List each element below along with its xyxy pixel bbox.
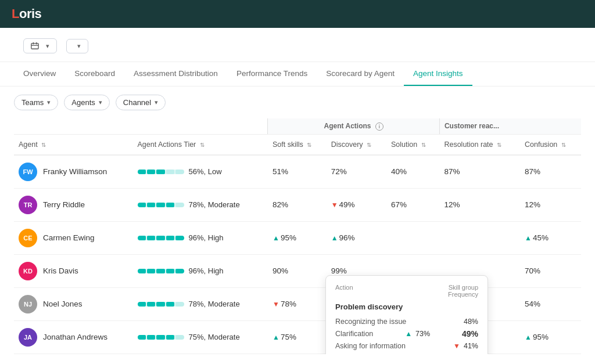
confusion-cell: 87% xyxy=(520,155,581,189)
agent-cell: NJ Noel Jones xyxy=(14,287,133,320)
resolution-rate-cell: 12% xyxy=(439,188,520,221)
group-header-row: Agent Actions i Customer reac... xyxy=(14,118,581,134)
trend-up-icon: ▲ xyxy=(453,354,460,354)
agents-filter[interactable]: Agents ▾ xyxy=(64,95,109,110)
info-icon: i xyxy=(375,122,383,131)
progress-segment xyxy=(147,170,155,174)
top-header: Loris xyxy=(0,0,595,28)
progress-segment xyxy=(138,269,146,273)
soft-skills-value: 51% xyxy=(273,167,288,176)
table-body: FW Franky Williamson 56%, Low 51%72%40%8… xyxy=(14,155,581,354)
soft-skills-value: 75% xyxy=(281,333,296,341)
discovery-cell: 72% xyxy=(327,155,386,189)
trend-down-icon: ▼ xyxy=(453,342,460,350)
col-resolution-rate[interactable]: Resolution rate ⇅ xyxy=(439,134,520,155)
tab-agent-insights[interactable]: Agent Insights xyxy=(404,62,472,86)
column-header-row: Agent ⇅ Agent Actions Tier ⇅ Soft skills… xyxy=(14,134,581,155)
table-row: TR Terry Riddle 78%, Moderate 82%▼49%67%… xyxy=(14,188,581,221)
col-agent[interactable]: Agent ⇅ xyxy=(14,134,133,155)
trend-up-icon: ▲ xyxy=(525,333,532,341)
progress-bar xyxy=(138,170,184,174)
teams-filter[interactable]: Teams ▾ xyxy=(14,95,58,110)
progress-segment xyxy=(147,203,155,207)
agent-cell: CE Carmen Ewing xyxy=(14,221,133,254)
trend-down-icon: ▼ xyxy=(273,300,279,308)
tier-cell: 96%, High xyxy=(133,254,268,287)
tier-label: 78%, Moderate xyxy=(189,300,240,308)
solution-cell: 40% xyxy=(386,155,440,189)
agents-filter-label: Agents xyxy=(71,98,95,107)
table-row: JA Jonathan Andrews 75%, Moderate ▲75%▲8… xyxy=(14,320,581,354)
solution-value: 40% xyxy=(391,167,407,176)
solution-cell xyxy=(386,221,440,254)
soft-skills-cell: 90% xyxy=(268,254,327,287)
tier-cell: 56%, Low xyxy=(133,155,268,189)
progress-bar xyxy=(138,203,184,207)
discovery-value: 96% xyxy=(339,233,355,242)
progress-segment xyxy=(166,203,174,207)
tab-performance-trends[interactable]: Performance Trends xyxy=(227,62,317,86)
agent-cell: JA Jonathan Andrews xyxy=(14,320,133,354)
progress-segment xyxy=(166,236,174,240)
progress-segment xyxy=(147,269,155,273)
date-range-button[interactable]: ▾ xyxy=(23,38,57,53)
tooltip-row-confirmation: Confirmation ▲ 13% xyxy=(335,352,478,354)
trend-up-icon: ▲ xyxy=(525,234,532,242)
table-row: KD Kris Davis 96%, High 90%99%70% xyxy=(14,254,581,287)
agent-name: Jonathan Andrews xyxy=(43,333,107,341)
col-discovery[interactable]: Discovery ⇅ xyxy=(327,134,386,155)
tab-overview[interactable]: Overview xyxy=(14,62,65,86)
tooltip-item-label: Recognizing the issue xyxy=(335,318,406,326)
agent-cell: KD Kris Davis xyxy=(14,254,133,287)
progress-bar xyxy=(138,335,184,340)
tab-scorecard-by-agent[interactable]: Scorecard by Agent xyxy=(317,62,404,86)
tooltip-skill-group-label: Skill groupFrequency xyxy=(448,284,478,298)
progress-segment xyxy=(156,269,164,273)
trend-up-icon: ▲ xyxy=(331,234,338,242)
discovery-cell: ▼49% xyxy=(327,188,386,221)
group-header-customer-reach: Customer reac... xyxy=(439,118,581,134)
progress-segment xyxy=(156,236,164,240)
logo-icon: L xyxy=(12,6,19,21)
agent-name: Franky Williamson xyxy=(43,167,107,176)
soft-skills-value: 95% xyxy=(281,233,296,242)
avatar: TR xyxy=(19,196,37,214)
agent-name: Carmen Ewing xyxy=(43,233,95,242)
discovery-value: 99% xyxy=(331,266,347,275)
channel-filter[interactable]: Channel ▾ xyxy=(116,95,166,110)
agent-cell: TR Terry Riddle xyxy=(14,188,133,221)
col-tier[interactable]: Agent Actions Tier ⇅ xyxy=(133,134,268,155)
progress-segment xyxy=(166,269,174,273)
confusion-cell: ▲95% xyxy=(520,320,581,354)
col-soft-skills[interactable]: Soft skills ⇅ xyxy=(268,134,327,155)
soft-skills-cell: 51% xyxy=(268,155,327,189)
tooltip-item-value: ▲ 13% xyxy=(453,354,478,354)
solution-cell: 67% xyxy=(386,188,440,221)
progress-segment xyxy=(175,170,184,174)
tooltip-action-label: Action xyxy=(335,284,353,298)
col-solution[interactable]: Solution ⇅ xyxy=(386,134,440,155)
solution-value: 67% xyxy=(391,200,407,209)
progress-segment xyxy=(175,236,184,240)
agent-insights-table: Agent Actions i Customer reac... Agent ⇅… xyxy=(14,118,581,354)
filters-button[interactable]: ▾ xyxy=(66,39,88,53)
tab-scoreboard[interactable]: Scoreboard xyxy=(65,62,124,86)
tooltip-item-value: ▲ 73% xyxy=(405,330,430,338)
table-row: NJ Noel Jones 78%, Moderate ▼78%▼81%54% xyxy=(14,287,581,320)
tier-label: 75%, Moderate xyxy=(189,333,240,341)
progress-segment xyxy=(166,302,174,307)
soft-skills-value: 82% xyxy=(273,200,288,209)
tooltip-item-bold-value: 49% xyxy=(462,329,478,338)
confusion-cell: 70% xyxy=(520,254,581,287)
tab-assessment-distribution[interactable]: Assessment Distribution xyxy=(124,62,227,86)
progress-segment xyxy=(156,335,164,340)
confusion-value: 12% xyxy=(525,200,540,209)
tier-label: 96%, High xyxy=(189,266,224,275)
confusion-value: 45% xyxy=(533,233,549,242)
teams-filter-label: Teams xyxy=(21,98,44,107)
soft-skills-cell: ▲95% xyxy=(268,221,327,254)
tooltip-item-label: Confirmation xyxy=(335,354,377,354)
channel-filter-label: Channel xyxy=(123,98,151,107)
col-confusion[interactable]: Confusion ⇅ xyxy=(520,134,581,155)
avatar: FW xyxy=(19,163,37,181)
